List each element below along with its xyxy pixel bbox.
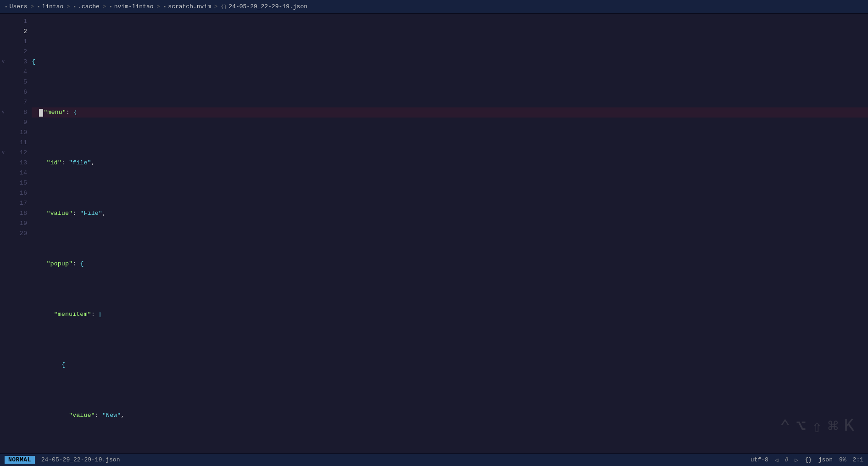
fold-indicator	[0, 47, 6, 57]
fold-indicator	[0, 188, 6, 198]
status-filetype: json	[818, 456, 833, 463]
breadcrumb-users: Users	[10, 3, 28, 10]
code-line: "value": "New",	[32, 410, 868, 421]
editor[interactable]: v v v 1 2 1 2 3 4 5	[0, 14, 868, 453]
code-line: {	[32, 57, 868, 67]
fold-indicator	[0, 158, 6, 168]
status-left: NORMAL 24-05-29_22-29-19.json	[5, 456, 120, 464]
fold-indicator	[0, 138, 6, 148]
statusbar: NORMAL 24-05-29_22-29-19.json utf-8 ◁ ∂ …	[0, 453, 868, 466]
line-num: 19	[6, 219, 27, 229]
line-numbers: 1 2 1 2 3 4 5 6 7 8 9 10 11 12 13 14 15 …	[6, 16, 32, 453]
fold-indicator	[0, 67, 6, 77]
line-num: 5	[6, 77, 27, 87]
fold-indicator	[0, 128, 6, 138]
breadcrumb-lintao: lintao	[42, 3, 63, 10]
option-icon: ⌥	[796, 416, 807, 437]
status-format: {}	[805, 456, 812, 463]
line-num: 16	[6, 188, 27, 198]
line-num: 17	[6, 198, 27, 208]
shift-icon: ⇧	[812, 416, 822, 437]
ctrl-icon: ⌃	[780, 416, 790, 437]
fold-indicator[interactable]: v	[0, 107, 6, 118]
line-num: 9	[6, 118, 27, 128]
k-key: K	[844, 416, 854, 437]
fold-indicator[interactable]: v	[0, 148, 6, 158]
folder-icon: ▪	[5, 4, 8, 10]
code-line: "popup": {	[32, 259, 868, 269]
status-right: utf-8 ◁ ∂ ▷ {} json 9% 2:1	[751, 456, 863, 464]
line-num: 2	[6, 47, 27, 57]
status-filename: 24-05-29_22-29-19.json	[41, 456, 120, 463]
cursor	[39, 109, 43, 117]
enc-arrows-right: ▷	[795, 456, 798, 464]
breadcrumb-cache: .cache	[78, 3, 100, 10]
mode-badge: NORMAL	[5, 456, 35, 464]
status-encoding: utf-8	[751, 456, 768, 463]
code-line: "menuitem": [	[32, 309, 868, 320]
fold-column: v v v	[0, 16, 6, 453]
fold-indicator[interactable]: v	[0, 57, 6, 67]
fold-indicator	[0, 17, 6, 27]
fold-indicator	[0, 168, 6, 178]
code-line: "id": "file",	[32, 158, 868, 168]
folder-icon: ▪	[37, 4, 40, 10]
line-num: 3	[6, 57, 27, 67]
breadcrumb-nvim-lintao: nvim-lintao	[114, 3, 154, 10]
status-position: 2:1	[853, 456, 863, 463]
code-line-active: "menu": {	[32, 107, 868, 118]
line-num: 13	[6, 158, 27, 168]
fold-indicator	[0, 118, 6, 128]
line-num: 1	[6, 17, 27, 27]
enc-arrows-left: ◁	[775, 456, 779, 464]
line-num: 14	[6, 168, 27, 178]
code-line: {	[32, 360, 868, 370]
line-num: 11	[6, 138, 27, 148]
line-num: 6	[6, 87, 27, 97]
cmd-icon: ⌘	[828, 416, 838, 437]
fold-indicator	[0, 27, 6, 37]
line-num: 18	[6, 208, 27, 219]
code-line: "value": "File",	[32, 208, 868, 219]
fold-indicator	[0, 97, 6, 107]
fold-indicator	[0, 178, 6, 188]
fold-indicator	[0, 198, 6, 208]
fold-indicator	[0, 87, 6, 97]
folder-icon: ▪	[163, 4, 167, 10]
fold-indicator	[0, 77, 6, 87]
line-num: 15	[6, 178, 27, 188]
line-num: 4	[6, 67, 27, 77]
key-hints: ⌃ ⌥ ⇧ ⌘ K	[780, 416, 854, 437]
status-percent: 9%	[839, 456, 846, 463]
fold-indicator	[0, 37, 6, 47]
titlebar: ▪ Users > ▪ lintao > ▪ .cache > ▪ nvim-l…	[0, 0, 868, 14]
status-delta: ∂	[785, 456, 789, 463]
json-file-icon: {}	[221, 4, 227, 10]
folder-icon: ▪	[73, 4, 76, 10]
fold-indicator	[0, 208, 6, 219]
breadcrumb-scratch-nvim: scratch.nvim	[168, 3, 211, 10]
code-content[interactable]: { "menu": { "id": "file", "value": "File…	[32, 16, 868, 453]
line-num: 10	[6, 128, 27, 138]
breadcrumb: ▪ Users > ▪ lintao > ▪ .cache > ▪ nvim-l…	[5, 3, 307, 10]
line-num: 20	[6, 229, 27, 239]
folder-icon: ▪	[109, 4, 112, 10]
breadcrumb-filename: 24-05-29_22-29-19.json	[228, 3, 307, 10]
line-num: 12	[6, 148, 27, 158]
line-num: 1	[6, 37, 27, 47]
line-num-current: 2	[6, 27, 27, 37]
line-num: 7	[6, 97, 27, 107]
line-num: 8	[6, 107, 27, 118]
